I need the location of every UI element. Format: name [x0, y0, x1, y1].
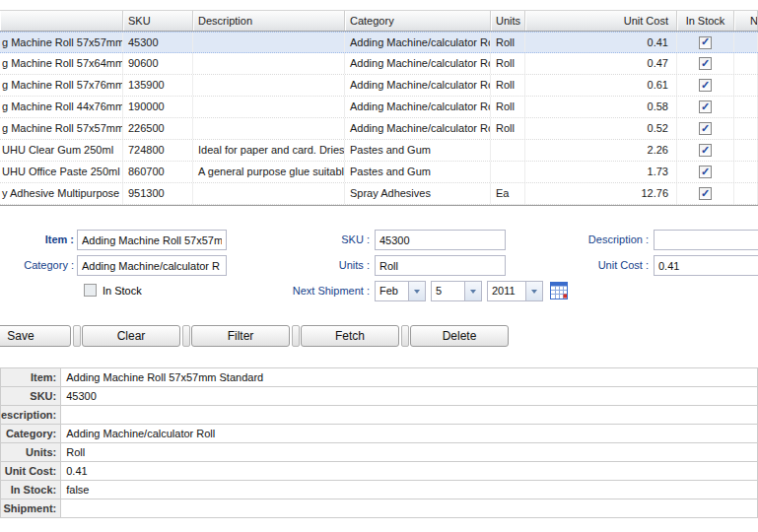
- chevron-down-icon[interactable]: [525, 282, 542, 300]
- detail-label: SKU:: [1, 387, 61, 406]
- description-input[interactable]: [654, 230, 758, 250]
- cell-units: Ea: [491, 183, 525, 204]
- clear-button[interactable]: Clear: [82, 325, 180, 347]
- cell-unit-cost: 0.47: [525, 53, 677, 74]
- detail-label: escription:: [1, 406, 61, 425]
- cell-item: g Machine Roll 57x57mm: [0, 118, 123, 139]
- column-header-description[interactable]: Description: [193, 11, 345, 31]
- cell-category: Adding Machine/calculator Roll: [345, 97, 491, 117]
- cell-unit-cost: 0.41: [525, 33, 677, 52]
- check-icon: ✓: [701, 123, 710, 134]
- cell-item: UHU Office Paste 250ml: [0, 162, 123, 182]
- cell-description: [193, 118, 345, 139]
- cell-next-shipment: [734, 183, 758, 204]
- detail-value: [61, 499, 758, 518]
- in-stock-checkbox[interactable]: ✓: [699, 57, 712, 70]
- table-row[interactable]: UHU Clear Gum 250ml 724800 Ideal for pap…: [0, 140, 758, 162]
- check-icon: ✓: [701, 166, 710, 177]
- cell-in-stock: ✓: [677, 162, 734, 182]
- in-stock-checkbox[interactable]: ✓: [699, 144, 712, 157]
- column-header-in-stock[interactable]: In Stock: [677, 11, 734, 31]
- cell-unit-cost: 0.61: [525, 75, 677, 96]
- table-row[interactable]: g Machine Roll 57x57mm 45300 Adding Mach…: [0, 32, 758, 53]
- column-header-item[interactable]: [0, 11, 123, 31]
- detail-value: 0.41: [61, 462, 758, 481]
- chevron-down-icon[interactable]: [408, 282, 425, 300]
- units-label: Units :: [276, 255, 370, 276]
- cell-units: Roll: [491, 97, 525, 117]
- in-stock-checkbox[interactable]: ✓: [699, 79, 712, 92]
- button-separator: [401, 325, 409, 347]
- sku-input[interactable]: [375, 230, 506, 250]
- cell-item: g Machine Roll 44x76mm: [0, 97, 123, 117]
- cell-unit-cost: 0.58: [525, 97, 677, 117]
- cell-units: [491, 140, 525, 161]
- inventory-grid: SKU Description Category Units Unit Cost…: [0, 10, 758, 206]
- cell-category: Adding Machine/calculator Roll: [345, 118, 491, 139]
- category-input[interactable]: [77, 255, 227, 276]
- item-label: Item :: [0, 230, 74, 250]
- table-row[interactable]: y Adhesive Multipurpose ( 951300 Spray A…: [0, 183, 758, 205]
- category-label: Category :: [0, 255, 74, 276]
- in-stock-checkbox[interactable]: ✓: [699, 36, 712, 49]
- item-input[interactable]: [77, 230, 227, 250]
- detail-label: Unit Cost:: [1, 462, 61, 481]
- cell-in-stock: ✓: [677, 33, 734, 52]
- units-input[interactable]: [375, 255, 506, 276]
- cell-unit-cost: 2.26: [525, 140, 677, 161]
- in-stock-form-checkbox[interactable]: [84, 284, 97, 297]
- column-header-next-shipment[interactable]: Ne: [734, 11, 758, 31]
- chevron-down-icon[interactable]: [464, 282, 481, 300]
- column-header-unit-cost[interactable]: Unit Cost: [525, 11, 677, 31]
- detail-row: Units: Roll: [1, 443, 758, 462]
- cell-item: g Machine Roll 57x64mm: [0, 53, 123, 74]
- table-row[interactable]: g Machine Roll 57x64mm 90600 Adding Mach…: [0, 53, 758, 75]
- in-stock-checkbox[interactable]: ✓: [699, 122, 712, 135]
- cell-item: g Machine Roll 57x57mm: [0, 33, 123, 52]
- button-separator: [292, 325, 300, 347]
- cell-next-shipment: [734, 33, 758, 52]
- cell-description: Ideal for paper and card. Dries: [193, 140, 345, 161]
- column-header-sku[interactable]: SKU: [123, 11, 193, 31]
- table-row[interactable]: g Machine Roll 57x76mm 135900 Adding Mac…: [0, 75, 758, 97]
- shipment-month-select[interactable]: Feb: [375, 281, 426, 301]
- cell-item: UHU Clear Gum 250ml: [0, 140, 123, 161]
- cell-units: Roll: [491, 33, 525, 52]
- filter-button[interactable]: Filter: [191, 325, 290, 347]
- cell-unit-cost: 12.76: [525, 183, 677, 204]
- cell-in-stock: ✓: [677, 118, 734, 139]
- detail-row: Category: Adding Machine/calculator Roll: [1, 425, 758, 443]
- detail-label: Shipment:: [1, 499, 61, 518]
- cell-item: g Machine Roll 57x76mm: [0, 75, 123, 96]
- fetch-button[interactable]: Fetch: [301, 325, 399, 347]
- cell-next-shipment: [734, 75, 758, 96]
- cell-units: Roll: [491, 53, 525, 74]
- delete-button[interactable]: Delete: [410, 325, 509, 347]
- detail-label: Units:: [1, 443, 61, 462]
- cell-description: [193, 75, 345, 96]
- unit-cost-input[interactable]: [654, 255, 758, 276]
- calendar-icon[interactable]: [550, 282, 568, 299]
- cell-next-shipment: [734, 53, 758, 74]
- detail-label: In Stock:: [1, 481, 61, 499]
- cell-next-shipment: [734, 140, 758, 161]
- in-stock-checkbox[interactable]: ✓: [699, 166, 712, 178]
- detail-value: Adding Machine Roll 57x57mm Standard: [61, 368, 758, 387]
- save-button[interactable]: Save: [0, 325, 71, 347]
- column-header-units[interactable]: Units: [491, 11, 525, 31]
- table-row[interactable]: g Machine Roll 44x76mm 190000 Adding Mac…: [0, 97, 758, 118]
- cell-in-stock: ✓: [677, 53, 734, 74]
- shipment-year-select[interactable]: 2011: [487, 281, 543, 301]
- detail-row: escription:: [1, 406, 758, 425]
- detail-row: Item: Adding Machine Roll 57x57mm Standa…: [1, 368, 758, 387]
- column-header-category[interactable]: Category: [345, 11, 491, 31]
- cell-next-shipment: [734, 162, 758, 182]
- in-stock-checkbox[interactable]: ✓: [699, 100, 712, 113]
- check-icon: ✓: [701, 188, 710, 199]
- shipment-day-select[interactable]: 5: [431, 281, 482, 301]
- table-row[interactable]: UHU Office Paste 250ml 860700 A general …: [0, 162, 758, 183]
- table-row[interactable]: g Machine Roll 57x57mm 226500 Adding Mac…: [0, 118, 758, 140]
- button-separator: [73, 325, 81, 347]
- in-stock-form-label: In Stock: [103, 281, 142, 301]
- in-stock-checkbox[interactable]: ✓: [699, 187, 712, 200]
